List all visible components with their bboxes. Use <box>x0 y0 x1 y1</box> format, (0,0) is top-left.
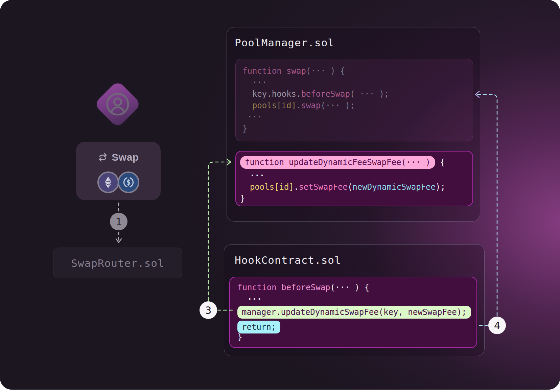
swap-title-row: Swap <box>76 152 161 163</box>
svg-text:$: $ <box>126 178 131 186</box>
swap-label: Swap <box>112 152 139 163</box>
step-badge-1: 1 <box>110 213 127 230</box>
hook-beforeswap-block: function beforeSwap(··· ) { ···manager.u… <box>229 277 477 348</box>
user-icon <box>104 91 131 118</box>
step-badge-3: 3 <box>200 301 217 319</box>
actor-diamond <box>94 80 141 128</box>
eth-icon <box>97 171 119 193</box>
pool-manager-title: PoolManager.sol <box>235 37 334 49</box>
swap-icon <box>98 152 108 162</box>
diagram-canvas: Swap $ 1 <box>0 0 560 390</box>
swap-card: Swap $ <box>76 142 161 200</box>
pool-swap-function-block: function swap(··· ) { ··· key.hooks.befo… <box>235 59 473 141</box>
step-badge-4: 4 <box>488 317 506 334</box>
hook-contract-title: HookContract.sol <box>235 254 341 266</box>
router-label: SwapRouter.sol <box>71 257 164 269</box>
arrow-down-icon <box>116 239 121 243</box>
pool-update-function-block: function updateDynamicFeeSwapFee(··· ) {… <box>235 151 473 206</box>
pool-manager-panel: PoolManager.sol function swap(··· ) { ··… <box>227 27 480 222</box>
hook-contract-panel: HookContract.sol function beforeSwap(···… <box>224 244 485 356</box>
coin-pair: $ <box>76 171 161 193</box>
swap-router-box: SwapRouter.sol <box>53 248 182 278</box>
usdc-icon: $ <box>118 171 139 193</box>
